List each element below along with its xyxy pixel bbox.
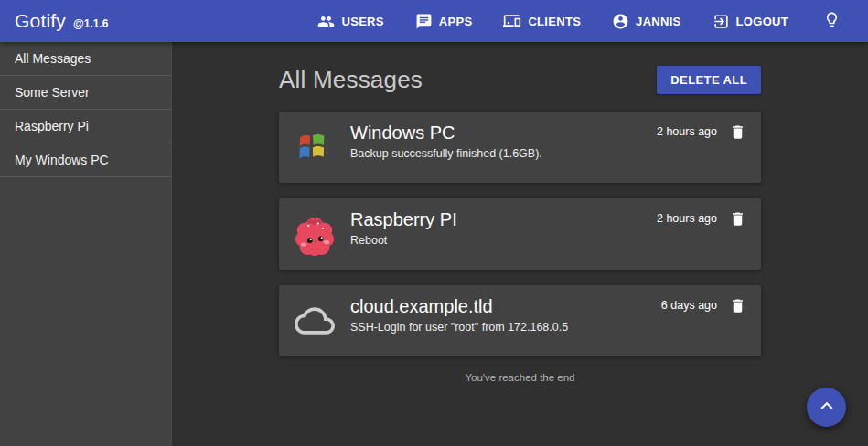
app-version: @1.1.6 <box>73 17 108 30</box>
message-title: Windows PC <box>350 122 657 143</box>
message-timestamp: 2 hours ago <box>657 210 717 225</box>
scroll-to-top-button[interactable] <box>807 388 846 427</box>
sidebar-item-all-messages[interactable]: All Messages <box>0 42 171 76</box>
sidebar-item-label: Some Server <box>15 85 90 100</box>
message-body: Backup successfully finished (1.6GB). <box>350 147 657 162</box>
sidebar-item-my-windows-pc[interactable]: My Windows PC <box>0 143 171 177</box>
delete-message-button[interactable] <box>729 123 746 143</box>
trash-icon <box>729 210 746 230</box>
message-title: Raspberry PI <box>350 208 657 230</box>
clients-devices-icon <box>503 12 521 30</box>
message-body: Reboot <box>350 234 657 249</box>
nav-apps-label: APPS <box>439 15 473 28</box>
logout-icon <box>713 13 730 30</box>
message-timestamp: 6 days ago <box>661 297 717 312</box>
nav-logout-label: LOGOUT <box>736 15 788 28</box>
brand: Gotify @1.1.6 <box>15 10 108 32</box>
users-icon <box>317 13 335 30</box>
sidebar-item-label: My Windows PC <box>15 153 109 167</box>
account-circle-icon <box>612 13 629 30</box>
theme-toggle-button[interactable] <box>818 5 846 37</box>
nav-user-account-button[interactable]: JANNIS <box>610 7 682 36</box>
delete-message-button[interactable] <box>729 297 746 317</box>
trash-icon <box>729 123 746 143</box>
nav-apps-button[interactable]: APPS <box>413 7 475 36</box>
nav-users-button[interactable]: USERS <box>316 7 385 36</box>
top-navigation: USERS APPS CLIENTS JANNIS LOGOUT <box>316 5 846 37</box>
apps-chat-icon <box>415 13 433 30</box>
app-title: Gotify <box>15 10 66 32</box>
trash-icon <box>729 297 746 317</box>
end-of-list-text: You've reached the end <box>279 372 761 383</box>
message-card: Raspberry PI Reboot 2 hours ago <box>279 198 761 270</box>
message-card: Windows PC Backup successfully finished … <box>279 112 761 183</box>
sidebar-item-some-server[interactable]: Some Server <box>0 76 171 110</box>
windows-logo <box>294 125 336 169</box>
message-timestamp: 2 hours ago <box>657 123 717 138</box>
sidebar-item-label: Raspberry Pi <box>15 119 89 133</box>
sidebar-item-raspberry-pi[interactable]: Raspberry Pi <box>0 110 171 143</box>
message-card: cloud.example.tld SSH-Login for user "ro… <box>279 285 761 356</box>
cloud-logo <box>294 299 336 343</box>
app-header: Gotify @1.1.6 USERS APPS CLIENTS JANNIS … <box>0 0 868 42</box>
nav-account-label: JANNIS <box>636 15 680 28</box>
delete-message-button[interactable] <box>729 210 746 230</box>
lightbulb-icon <box>823 11 841 31</box>
sidebar-item-label: All Messages <box>15 51 91 66</box>
nav-logout-button[interactable]: LOGOUT <box>711 7 790 36</box>
nav-clients-button[interactable]: CLIENTS <box>501 6 583 36</box>
nav-clients-label: CLIENTS <box>528 15 581 28</box>
raspberry-logo <box>294 212 336 256</box>
chevron-up-icon <box>815 394 839 420</box>
page-title: All Messages <box>279 66 423 94</box>
delete-all-button[interactable]: DELETE ALL <box>657 66 761 94</box>
nav-users-label: USERS <box>341 15 383 28</box>
sidebar: All Messages Some Server Raspberry Pi My… <box>0 42 172 446</box>
message-title: cloud.example.tld <box>350 295 661 317</box>
main-area: All Messages DELETE ALL Windows PC Backu… <box>172 42 868 446</box>
message-body: SSH-Login for user "root" from 172.168.0… <box>350 321 661 335</box>
